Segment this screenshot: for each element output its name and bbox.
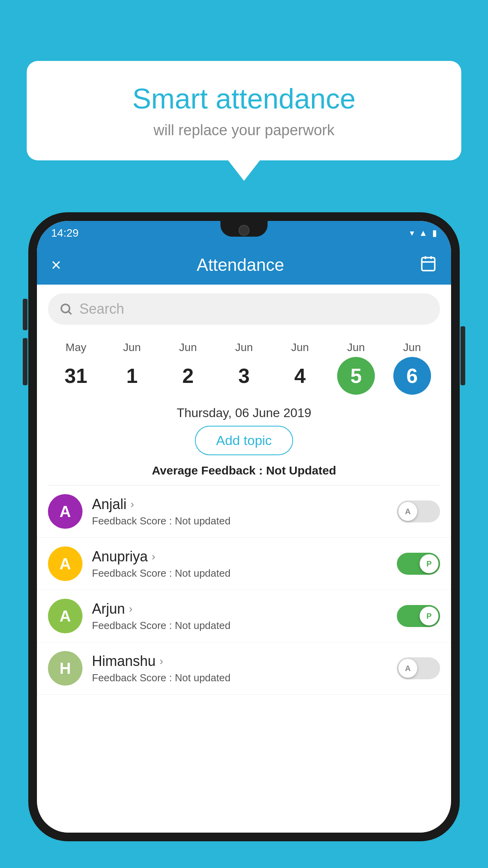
attendance-toggle[interactable]: A bbox=[397, 657, 440, 679]
volume-up-button bbox=[23, 299, 28, 330]
avg-feedback-label: Average Feedback : bbox=[152, 464, 266, 477]
date-item[interactable]: Jun4 bbox=[277, 341, 324, 395]
student-name-text: Anupriya bbox=[92, 548, 148, 565]
avg-feedback: Average Feedback : Not Updated bbox=[37, 464, 451, 477]
student-name[interactable]: Anupriya › bbox=[92, 548, 387, 565]
student-name[interactable]: Anjali › bbox=[92, 496, 387, 513]
student-info: Arjun ›Feedback Score : Not updated bbox=[92, 601, 387, 632]
date-item[interactable]: Jun2 bbox=[164, 341, 211, 395]
avatar: H bbox=[48, 651, 83, 686]
speech-bubble: Smart attendance will replace your paper… bbox=[27, 61, 461, 160]
attendance-toggle[interactable]: P bbox=[397, 553, 440, 575]
status-time: 14:29 bbox=[51, 227, 79, 239]
date-day[interactable]: 2 bbox=[169, 357, 207, 395]
student-item: AArjun ›Feedback Score : Not updatedP bbox=[37, 590, 451, 642]
date-month: May bbox=[66, 341, 86, 354]
status-icons: ▾ ▲ ▮ bbox=[410, 228, 437, 238]
date-month: Jun bbox=[291, 341, 309, 354]
date-item[interactable]: Jun3 bbox=[220, 341, 268, 395]
student-feedback: Feedback Score : Not updated bbox=[92, 672, 387, 684]
date-item[interactable]: May31 bbox=[52, 341, 99, 395]
student-info: Anupriya ›Feedback Score : Not updated bbox=[92, 548, 387, 579]
feedback-label: Feedback Score : bbox=[92, 515, 175, 527]
chevron-right-icon: › bbox=[129, 603, 132, 615]
date-month: Jun bbox=[403, 341, 421, 354]
student-feedback: Feedback Score : Not updated bbox=[92, 620, 387, 632]
date-item[interactable]: Jun6 bbox=[389, 341, 436, 395]
selected-date-label: Thursday, 06 June 2019 bbox=[37, 406, 451, 420]
svg-line-5 bbox=[69, 312, 72, 314]
date-month: Jun bbox=[235, 341, 253, 354]
student-name[interactable]: Himanshu › bbox=[92, 653, 387, 669]
volume-down-button bbox=[23, 338, 28, 385]
toggle-knob: P bbox=[420, 554, 438, 573]
avatar: A bbox=[48, 546, 83, 581]
camera-lens bbox=[238, 225, 250, 236]
date-month: Jun bbox=[179, 341, 197, 354]
feedback-value: Not updated bbox=[175, 567, 231, 579]
feedback-label: Feedback Score : bbox=[92, 672, 175, 684]
date-day[interactable]: 3 bbox=[225, 357, 263, 395]
student-name-text: Himanshu bbox=[92, 653, 156, 669]
toggle-knob: P bbox=[420, 607, 438, 625]
svg-point-4 bbox=[61, 304, 70, 313]
toggle-knob: A bbox=[398, 659, 417, 678]
phone-frame: 14:29 ▾ ▲ ▮ × Attendance bbox=[28, 212, 460, 868]
date-item[interactable]: Jun5 bbox=[332, 341, 380, 395]
date-day[interactable]: 6 bbox=[393, 357, 431, 395]
attendance-toggle[interactable]: A bbox=[397, 500, 440, 522]
phone-notch bbox=[220, 221, 268, 237]
speech-subtitle: will replace your paperwork bbox=[50, 122, 438, 139]
feedback-value: Not updated bbox=[175, 620, 231, 631]
close-button[interactable]: × bbox=[51, 255, 61, 275]
student-list: AAnjali ›Feedback Score : Not updatedAAA… bbox=[37, 485, 451, 695]
search-bar[interactable]: Search bbox=[48, 293, 440, 325]
app-header: × Attendance bbox=[37, 245, 451, 285]
speech-title: Smart attendance bbox=[50, 83, 438, 115]
student-name[interactable]: Arjun › bbox=[92, 601, 387, 617]
search-icon bbox=[59, 302, 73, 316]
student-item: AAnjali ›Feedback Score : Not updatedA bbox=[37, 485, 451, 538]
date-strip: May31Jun1Jun2Jun3Jun4Jun5Jun6 bbox=[37, 333, 451, 399]
phone-outer: 14:29 ▾ ▲ ▮ × Attendance bbox=[28, 212, 460, 841]
avatar: A bbox=[48, 494, 83, 529]
toggle-knob: A bbox=[398, 502, 417, 521]
feedback-label: Feedback Score : bbox=[92, 567, 175, 579]
phone-screen: 14:29 ▾ ▲ ▮ × Attendance bbox=[37, 221, 451, 833]
attendance-toggle[interactable]: P bbox=[397, 605, 440, 627]
student-feedback: Feedback Score : Not updated bbox=[92, 515, 387, 527]
student-info: Anjali ›Feedback Score : Not updated bbox=[92, 496, 387, 527]
feedback-value: Not updated bbox=[175, 515, 231, 527]
date-day[interactable]: 4 bbox=[281, 357, 319, 395]
student-name-text: Anjali bbox=[92, 496, 127, 513]
student-feedback: Feedback Score : Not updated bbox=[92, 567, 387, 579]
feedback-value: Not updated bbox=[175, 672, 231, 684]
search-placeholder: Search bbox=[79, 301, 124, 317]
signal-icon: ▲ bbox=[419, 228, 427, 238]
header-title: Attendance bbox=[197, 255, 284, 275]
date-day[interactable]: 31 bbox=[57, 357, 95, 395]
svg-rect-0 bbox=[422, 257, 435, 270]
date-month: Jun bbox=[123, 341, 141, 354]
date-month: Jun bbox=[347, 341, 365, 354]
student-item: AAnupriya ›Feedback Score : Not updatedP bbox=[37, 538, 451, 590]
add-topic-button[interactable]: Add topic bbox=[195, 426, 293, 455]
avg-feedback-value: Not Updated bbox=[266, 464, 336, 477]
speech-bubble-container: Smart attendance will replace your paper… bbox=[27, 61, 461, 160]
student-info: Himanshu ›Feedback Score : Not updated bbox=[92, 653, 387, 684]
date-day[interactable]: 5 bbox=[337, 357, 375, 395]
wifi-icon: ▾ bbox=[410, 228, 414, 238]
student-item: HHimanshu ›Feedback Score : Not updatedA bbox=[37, 642, 451, 695]
chevron-right-icon: › bbox=[160, 655, 163, 668]
battery-icon: ▮ bbox=[432, 228, 437, 238]
chevron-right-icon: › bbox=[130, 498, 134, 511]
date-day[interactable]: 1 bbox=[113, 357, 151, 395]
feedback-label: Feedback Score : bbox=[92, 620, 175, 631]
power-button bbox=[460, 326, 465, 385]
student-name-text: Arjun bbox=[92, 601, 125, 617]
avatar: A bbox=[48, 599, 83, 633]
date-item[interactable]: Jun1 bbox=[108, 341, 156, 395]
chevron-right-icon: › bbox=[152, 550, 155, 563]
calendar-icon[interactable] bbox=[420, 255, 437, 276]
